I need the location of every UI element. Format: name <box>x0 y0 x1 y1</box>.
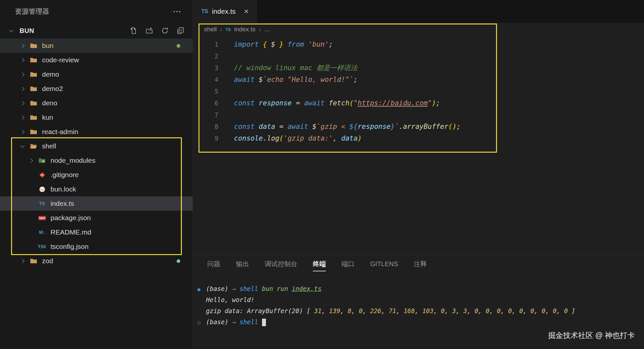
panel-tabs: 问题输出调试控制台终端端口GITLENS注释 <box>193 255 644 276</box>
folder-icon <box>28 71 39 77</box>
new-folder-icon[interactable] <box>146 27 153 34</box>
panel-tab-GITLENS[interactable]: GITLENS <box>370 260 398 271</box>
code-line: 2 <box>193 50 644 62</box>
line-number: 1 <box>193 38 218 50</box>
tree-item-package.json[interactable]: npmpackage.json <box>0 211 193 225</box>
panel-tab-调试控制台[interactable]: 调试控制台 <box>265 260 297 271</box>
chevron-down-icon <box>5 30 17 32</box>
line-number: 4 <box>193 74 218 85</box>
folder-node-icon <box>37 158 48 163</box>
panel-tab-输出[interactable]: 输出 <box>236 260 249 271</box>
tree-item-code-review[interactable]: code-review <box>0 53 193 67</box>
code-text: const response = await fetch("https://ba… <box>234 97 440 109</box>
bun-icon <box>37 186 48 192</box>
tree-item-label: zod <box>42 257 53 265</box>
tree-item-tsconfig.json[interactable]: TStsconfig.json <box>0 239 193 254</box>
explorer-header: 资源管理器 ⋯ <box>0 0 193 23</box>
line-number: 5 <box>193 85 218 97</box>
line-number: 3 <box>193 62 218 74</box>
git-status-dot <box>177 259 180 263</box>
code-area[interactable]: 1import { $ } from 'bun';23// window lin… <box>193 36 644 255</box>
watermark: 掘金技术社区 @ 神也打卡 <box>548 330 635 341</box>
explorer-toolbar <box>130 27 184 34</box>
editor-area: TS index.ts × shell›TSindex.ts›… 1import… <box>193 0 644 349</box>
chevron-right-icon <box>16 116 28 119</box>
code-line: 8const data = await $`gzip < ${response}… <box>193 121 644 132</box>
panel-tab-注释[interactable]: 注释 <box>414 260 427 271</box>
breadcrumb-item[interactable]: shell <box>204 26 217 33</box>
tree-item-react-admin[interactable]: react-admin <box>0 125 193 139</box>
explorer-sidebar: 资源管理器 ⋯ BUN buncode-reviewdemo <box>0 0 193 349</box>
breadcrumb-item[interactable]: … <box>264 26 271 33</box>
tree-item-README.md[interactable]: M↓README.md <box>0 225 193 239</box>
code-line: 4await $`echo "Hello, world!"`; <box>193 74 644 85</box>
tree-item-label: index.ts <box>51 200 74 207</box>
panel-tab-终端[interactable]: 终端 <box>313 260 326 271</box>
tree-item-index.ts[interactable]: TSindex.ts <box>0 196 193 211</box>
folder-open-icon <box>28 143 39 149</box>
tree-item-demo[interactable]: demo <box>0 67 193 82</box>
tree-item-label: react-admin <box>42 128 78 136</box>
terminal-line: ○(base) → shell <box>206 316 644 327</box>
ts-gear-icon: TS <box>37 244 48 249</box>
tree-item-kun[interactable]: kun <box>0 110 193 125</box>
tree-item-demo2[interactable]: demo2 <box>0 82 193 96</box>
tree-item-bun[interactable]: bun <box>0 38 193 53</box>
file-tree: buncode-reviewdemodemo2denokunreact-admi… <box>0 38 193 349</box>
new-file-icon[interactable] <box>130 27 137 34</box>
terminal-line: ●(base) → shell bun run index.ts <box>206 283 644 294</box>
terminal[interactable]: ●(base) → shell bun run index.tsHello, w… <box>193 276 644 327</box>
terminal-cursor <box>262 319 266 326</box>
vscode-window: 资源管理器 ⋯ BUN buncode-reviewdemo <box>0 0 644 349</box>
chevron-right-icon <box>16 260 28 263</box>
tree-item-label: code-review <box>42 56 79 64</box>
tree-item-zod[interactable]: zod <box>0 254 193 268</box>
panel-tab-问题[interactable]: 问题 <box>207 260 220 271</box>
code-text: // window linux mac 都是一样语法 <box>234 62 358 74</box>
tree-item-shell[interactable]: shell <box>0 139 193 153</box>
line-number: 2 <box>193 50 218 62</box>
close-icon[interactable]: × <box>244 7 249 16</box>
line-number: 8 <box>193 121 218 132</box>
code-line: 7 <box>193 109 644 121</box>
line-number: 9 <box>193 132 218 144</box>
tab-index-ts[interactable]: TS index.ts × <box>193 0 257 23</box>
ts-file-icon: TS <box>226 27 231 32</box>
breadcrumb: shell›TSindex.ts›… <box>193 23 644 36</box>
collapse-all-icon[interactable] <box>177 27 184 34</box>
breadcrumb-separator: › <box>259 26 261 33</box>
workspace-section-header[interactable]: BUN <box>0 23 193 38</box>
tab-label: index.ts <box>212 8 235 15</box>
tree-item-label: demo <box>42 70 59 78</box>
chevron-down-icon <box>16 145 28 147</box>
git-status-dot <box>177 44 180 48</box>
line-number: 7 <box>193 109 218 121</box>
refresh-icon[interactable] <box>161 27 168 34</box>
code-line: 6const response = await fetch("https://b… <box>193 97 644 109</box>
chevron-right-icon <box>16 130 28 133</box>
tree-item-label: shell <box>42 142 56 150</box>
tree-item-.gitignore[interactable]: .gitignore <box>0 168 193 182</box>
code-line: 9console.log('gzip data:', data) <box>193 132 644 144</box>
workspace-name: BUN <box>20 27 34 35</box>
chevron-right-icon <box>25 159 37 162</box>
breadcrumb-separator: › <box>220 26 222 33</box>
npm-icon: npm <box>37 216 48 220</box>
tree-item-deno[interactable]: deno <box>0 96 193 110</box>
panel-tab-端口[interactable]: 端口 <box>342 260 355 271</box>
more-actions-icon[interactable]: ⋯ <box>173 7 182 17</box>
tree-item-node_modules[interactable]: node_modules <box>0 153 193 168</box>
terminal-line: gzip data: ArrayBuffer(20) [ 31, 139, 8,… <box>206 305 644 316</box>
folder-icon <box>28 100 39 106</box>
folder-icon <box>28 86 39 92</box>
breadcrumb-item[interactable]: index.ts <box>234 26 255 33</box>
code-text: const data = await $`gzip < ${response}`… <box>234 121 461 132</box>
tree-item-label: demo2 <box>42 85 63 93</box>
tree-item-label: deno <box>42 99 57 107</box>
code-line: 3// window linux mac 都是一样语法 <box>193 62 644 74</box>
chevron-right-icon <box>16 87 28 90</box>
terminal-line: Hello, world! <box>206 294 644 305</box>
md-icon: M↓ <box>37 230 48 235</box>
tree-item-bun.lock[interactable]: bun.lock <box>0 182 193 196</box>
folder-icon <box>28 129 39 135</box>
